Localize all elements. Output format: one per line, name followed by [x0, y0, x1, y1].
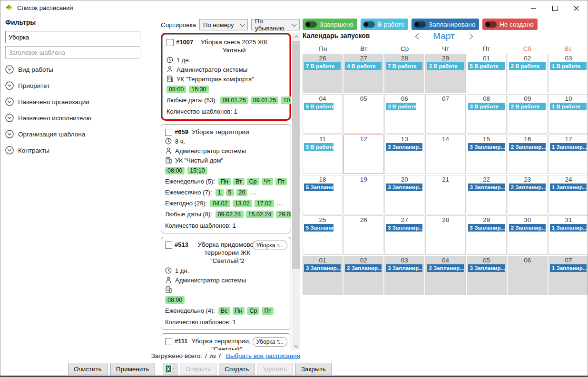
work-type-tag[interactable]: Уборка т... [253, 337, 287, 347]
calendar-day[interactable]: 092 В работе [508, 94, 548, 134]
calendar-day[interactable]: 133 Запланир... [384, 135, 424, 174]
calendar-day[interactable]: 21 [425, 175, 465, 214]
calendar-day[interactable]: 06 [508, 256, 548, 295]
filter-section[interactable]: Контракты [5, 145, 140, 155]
filter-section[interactable]: Приоритет [5, 80, 140, 91]
sort-order-dropdown[interactable]: По убыванию [251, 19, 300, 30]
scrollbar-down-button[interactable] [292, 342, 300, 350]
schedule-label: Еженедельно (4): [165, 307, 215, 314]
calendar-day[interactable]: 083 В работе [467, 94, 507, 134]
legend-toggle-inwork[interactable]: В работе [361, 19, 408, 30]
calendar-day[interactable]: 101 В работе [549, 94, 588, 134]
info-text: Администратор системы [175, 147, 246, 155]
sort-by-dropdown[interactable]: По номеру [199, 19, 248, 30]
chevron-down-icon [294, 343, 298, 347]
work-type-tag[interactable]: Уборка т... [253, 241, 287, 250]
schedule-card[interactable]: #1007Уборка снега 2025 ЖК Уютный1 дн.Адм… [162, 34, 290, 119]
day-number: 26 [344, 216, 383, 223]
apply-button[interactable]: Применить [110, 363, 155, 375]
calendar-day[interactable]: 28 [425, 215, 465, 255]
calendar-day[interactable]: 293 Запланир... [467, 215, 507, 255]
create-button[interactable]: Создать [219, 363, 255, 375]
export-excel-button[interactable] [163, 363, 177, 375]
calendar-day[interactable]: 042 Запланир... [425, 256, 465, 295]
calendar-day[interactable]: 273 Запланир... [384, 215, 424, 255]
calendar-day[interactable]: 274 В работе [343, 54, 383, 93]
calendar-day[interactable]: 12 [343, 135, 383, 174]
calendar-day[interactable]: 05 [343, 94, 383, 134]
calendar-day[interactable]: 267 В работе [303, 54, 343, 93]
calendar-day[interactable]: 153 Запланир... [467, 135, 507, 174]
status-badge: 5 Запланир... [304, 184, 333, 191]
calendar-day[interactable]: 171 Запланир... [549, 135, 588, 174]
calendar-day[interactable]: 053 Запланир... [467, 256, 507, 295]
card-checkbox[interactable] [167, 39, 174, 46]
status-badge: 3 Запланир... [468, 264, 505, 272]
day-number: 17 [549, 135, 588, 143]
calendar-day[interactable]: 015 В работе [467, 54, 507, 93]
sort-label: Сортировка [161, 21, 196, 29]
search-input[interactable] [5, 31, 140, 43]
calendar-day[interactable]: 07 [425, 94, 465, 134]
card-checkbox[interactable] [165, 129, 172, 136]
minimize-button[interactable] [523, 1, 544, 15]
schedule-card[interactable]: #111Уборка территории, ЖК "Светлый"Уборк… [161, 333, 291, 350]
calendar-day[interactable]: 162 Запланир... [508, 135, 548, 174]
maximize-button[interactable] [544, 1, 566, 15]
calendar-day[interactable]: 287 В работе [384, 54, 424, 93]
status-badge: 2 Запланир... [509, 224, 546, 232]
close-button[interactable] [566, 1, 587, 15]
filter-section[interactable]: Назначено организации [5, 97, 140, 107]
calendar-day[interactable]: 071 Запланир... [549, 256, 588, 295]
template-title-input[interactable] [5, 46, 140, 58]
calendar-day[interactable]: 302 Запланир... [508, 215, 548, 255]
select-all-link[interactable]: Выбрать все расписания [226, 352, 300, 359]
calendar-day[interactable]: 045 В работе [303, 94, 343, 134]
legend-toggle-completed[interactable]: Завершено [303, 19, 357, 30]
status-badge: 1 Запланир... [550, 184, 587, 191]
status-badge: 3 Запланир... [386, 184, 422, 191]
scrollbar-up-button[interactable] [292, 33, 300, 41]
list-scrollbar[interactable] [292, 33, 300, 350]
clear-button[interactable]: Очистить [68, 363, 108, 375]
calendar-day[interactable]: 013 Запланир... [303, 256, 343, 295]
calendar-day[interactable]: 223 Запланир... [467, 175, 507, 214]
sort-by-value: По номеру [203, 21, 234, 29]
legend-toggle-notcreated[interactable]: Не создано [482, 19, 538, 30]
filter-section-label: Вид работы [18, 66, 53, 73]
calendar-day[interactable]: 033 Запланир... [384, 256, 424, 295]
toggle-icon [363, 21, 375, 28]
next-month-button[interactable] [465, 31, 474, 41]
calendar-day[interactable]: 185 Запланир... [303, 175, 343, 214]
calendar-day[interactable]: 19 [343, 175, 383, 214]
schedule-card[interactable]: #659Уборка территории8 ч.Администратор с… [161, 124, 291, 233]
calendar-day[interactable]: 241 Запланир... [549, 175, 588, 214]
calendar-day[interactable]: 031 В работе [549, 54, 588, 93]
filter-section[interactable]: Назначено исполнителю [5, 113, 140, 123]
scrollbar-thumb[interactable] [292, 41, 300, 269]
schedule-card[interactable]: #513Уборка придомовой территории ЖК "Све… [161, 237, 291, 330]
card-checkbox[interactable] [165, 242, 172, 249]
card-checkbox[interactable] [165, 338, 172, 345]
filter-section[interactable]: Организация шаблона [5, 129, 140, 139]
calendar-day[interactable]: 203 Запланир... [384, 175, 424, 214]
prev-month-button[interactable] [413, 31, 423, 41]
window-title: Список расписаний [17, 4, 73, 11]
filter-section[interactable]: Вид работы [5, 64, 140, 75]
calendar-day[interactable]: 293 В работе [425, 54, 465, 93]
calendar-day[interactable]: 022 В работе [508, 54, 548, 93]
close-window-button[interactable]: Закрыть [295, 363, 332, 375]
month-label: Март [433, 31, 454, 41]
calendar-day[interactable]: 26 [343, 215, 383, 255]
calendar-day[interactable]: 115 В работе [303, 135, 343, 174]
calendar-day[interactable]: 022 Запланир... [343, 256, 383, 295]
calendar-day[interactable]: 255 Запланир... [303, 215, 343, 255]
calendar-day[interactable]: 14 [425, 135, 465, 174]
calendar-day[interactable]: 311 Запланир... [549, 215, 588, 255]
calendar-day[interactable]: 232 Запланир... [508, 175, 548, 214]
calendar-day[interactable]: 063 В работе [384, 94, 424, 134]
day-header: Пн [303, 45, 343, 52]
date-chip: 20 [236, 189, 248, 196]
building-icon [165, 286, 172, 293]
legend-toggle-planned[interactable]: Запланировано [412, 19, 479, 30]
